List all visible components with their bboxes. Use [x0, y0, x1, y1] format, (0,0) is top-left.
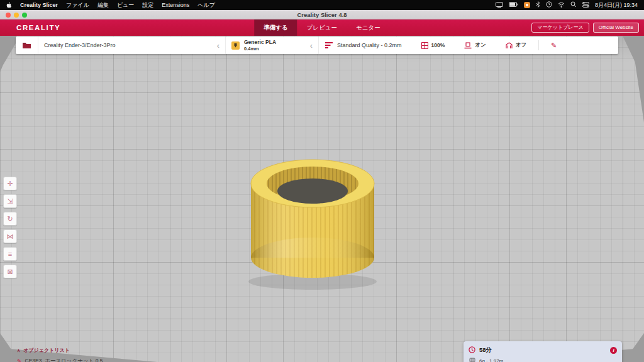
scale-icon: ⇲ — [7, 197, 13, 206]
menubar-status-area: 8月4日(月) 19:34 — [496, 1, 638, 9]
adhesion-icon — [464, 42, 472, 49]
rename-pencil-icon: ✎ — [17, 358, 22, 362]
object-list-panel: ∧ オブジェクトリスト ✎ CE3E3_ホースロックナット 0.5 32.0 x… — [17, 347, 103, 362]
infill-icon — [421, 42, 428, 49]
close-window-button[interactable] — [6, 13, 11, 18]
creality-slicer-window: Creality Slicer ファイル 編集 ビュー 設定 Extension… — [0, 0, 644, 362]
apple-menu-icon[interactable] — [6, 1, 12, 9]
material-name: Generic PLA — [244, 39, 276, 45]
material-usage-estimate: 6g · 1.97m — [479, 358, 503, 362]
menu-edit[interactable]: 編集 — [97, 1, 109, 9]
object-list-title: オブジェクトリスト — [23, 347, 70, 354]
material-selector[interactable]: Generic PLA 0.4mm ‹ — [226, 36, 319, 54]
object-list-item[interactable]: ✎ CE3E3_ホースロックナット 0.5 — [17, 358, 103, 362]
tab-prepare[interactable]: 準備する — [254, 19, 297, 36]
move-tool-button[interactable]: ✛ — [3, 177, 17, 190]
minimize-window-button[interactable] — [14, 13, 19, 18]
menu-help[interactable]: ヘルプ — [197, 1, 215, 9]
control-center-icon[interactable] — [582, 2, 589, 9]
adhesion-value: オン — [475, 41, 486, 49]
marketplace-button[interactable]: マーケットプレース — [531, 23, 589, 33]
bluetooth-icon[interactable] — [536, 1, 540, 9]
print-time-clock-icon — [469, 344, 475, 356]
per-model-settings-button[interactable]: ≡ — [3, 247, 17, 261]
folder-icon — [22, 41, 31, 49]
wifi-icon[interactable] — [558, 2, 565, 9]
infill-setting[interactable]: 100% — [421, 42, 445, 49]
filament-spool-icon — [469, 357, 475, 362]
object-list-header[interactable]: ∧ オブジェクトリスト — [17, 347, 103, 354]
edit-settings-pencil-icon[interactable]: ✎ — [551, 41, 557, 50]
print-settings-selector[interactable]: Standard Quality - 0.2mm 100% オン オフ ✎ — [319, 36, 618, 54]
macos-menubar: Creality Slicer ファイル 編集 ビュー 設定 Extension… — [0, 0, 644, 10]
window-title: Creality Slicer 4.8 — [0, 10, 644, 19]
profile-name: Standard Quality - 0.2mm — [337, 42, 402, 48]
scale-tool-button[interactable]: ⇲ — [3, 194, 17, 208]
support-value: オフ — [516, 41, 526, 49]
object-name: CE3E3_ホースロックナット 0.5 — [25, 358, 103, 362]
collapse-caret-icon: ∧ — [17, 348, 20, 353]
material-collapse-chevron-icon[interactable]: ‹ — [306, 41, 313, 50]
material-icon — [231, 41, 240, 50]
support-blocker-button[interactable]: ⊠ — [3, 265, 17, 278]
zoom-window-button[interactable] — [22, 13, 27, 18]
app-header: CREALITY 準備する プレビュー モニター マーケットプレース Offic… — [0, 19, 644, 36]
mirror-icon: ⋈ — [7, 233, 14, 241]
support-setting[interactable]: オフ — [506, 41, 526, 49]
menu-file[interactable]: ファイル — [66, 1, 89, 9]
profile-layers-icon — [325, 41, 333, 49]
creality-logo: CREALITY — [16, 19, 60, 36]
battery-icon[interactable] — [509, 2, 518, 8]
stage-tabs: 準備する プレビュー モニター — [254, 19, 390, 36]
print-time-estimate: 58分 — [479, 346, 492, 354]
print-info-panel: 58分 i 6g · 1.97m プレビュー ファイルに保存する ∨ — [464, 341, 622, 362]
toolbar-divider — [538, 40, 539, 50]
per-model-settings-icon: ≡ — [8, 250, 12, 258]
open-file-button[interactable] — [16, 36, 38, 54]
model-hose-lock-nut[interactable] — [247, 151, 379, 298]
menu-settings[interactable]: 設定 — [142, 1, 153, 9]
move-icon: ✛ — [7, 180, 13, 188]
support-icon — [506, 42, 513, 49]
search-icon[interactable] — [570, 1, 577, 9]
display-mirroring-icon[interactable] — [496, 2, 503, 9]
info-icon[interactable]: i — [610, 347, 617, 354]
official-website-button[interactable]: Official Website — [593, 23, 639, 33]
window-titlebar: Creality Slicer 4.8 — [0, 10, 644, 19]
nozzle-size: 0.4mm — [244, 46, 276, 52]
printer-collapse-chevron-icon[interactable]: ‹ — [213, 41, 219, 50]
menu-extensions[interactable]: Extensions — [162, 2, 189, 8]
printer-name: Creality Ender-3/Ender-3Pro — [44, 42, 116, 48]
tab-monitor[interactable]: モニター — [347, 19, 390, 36]
menubar-clock[interactable]: 8月4日(月) 19:34 — [595, 1, 638, 9]
menu-view[interactable]: ビュー — [117, 1, 134, 9]
support-blocker-icon: ⊠ — [7, 268, 13, 276]
adhesion-setting[interactable]: オン — [464, 41, 486, 49]
rotate-icon: ↻ — [7, 215, 13, 223]
menubar-app-name[interactable]: Creality Slicer — [20, 2, 58, 8]
printer-selector[interactable]: Creality Ender-3/Ender-3Pro ‹ — [38, 36, 226, 54]
viewport-3d[interactable]: ✛ ⇲ ↻ ⋈ ≡ ⊠ ∧ オブジェクトリスト ✎ CE3E3_ホースロックナッ… — [0, 36, 644, 362]
rotate-tool-button[interactable]: ↻ — [3, 212, 17, 226]
mirror-tool-button[interactable]: ⋈ — [3, 229, 17, 243]
tab-preview[interactable]: プレビュー — [297, 19, 347, 36]
configuration-toolbar: Creality Ender-3/Ender-3Pro ‹ Generic PL… — [16, 36, 618, 54]
infill-value: 100% — [431, 42, 445, 48]
siri-icon[interactable] — [524, 2, 530, 8]
tool-sidebar: ✛ ⇲ ↻ ⋈ ≡ ⊠ — [3, 177, 17, 278]
clock-status-icon[interactable] — [546, 1, 552, 9]
